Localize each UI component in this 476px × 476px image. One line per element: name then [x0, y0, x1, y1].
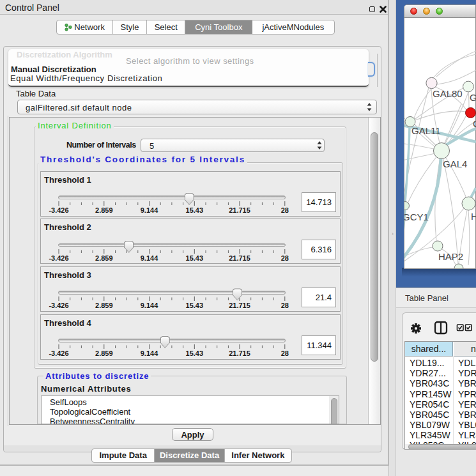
svg-text:CY: CY [473, 118, 476, 129]
svg-text:GCY1: GCY1 [404, 211, 429, 222]
svg-text:GAL: GAL [470, 92, 476, 103]
svg-text:GAL80: GAL80 [433, 88, 463, 99]
svg-text:GAL4: GAL4 [443, 158, 467, 169]
svg-text:HI: HI [471, 211, 476, 222]
svg-text:HAP2: HAP2 [438, 251, 463, 262]
svg-text:GAL11: GAL11 [411, 125, 441, 136]
